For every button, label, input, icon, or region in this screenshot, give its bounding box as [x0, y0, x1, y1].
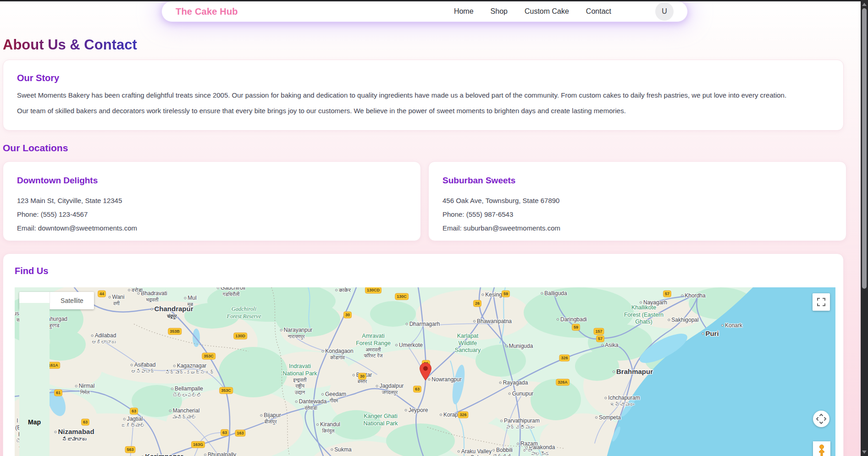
our-story-card: Our Story Sweet Moments Bakery has been …: [3, 60, 844, 131]
map-place-label: Dharmagarh: [406, 321, 440, 328]
location-email: Email: downtown@sweetmoments.com: [17, 224, 407, 232]
pan-control-button[interactable]: [813, 411, 829, 427]
location-card-downtown: Downtown Delights 123 Main St, Cityville…: [3, 161, 421, 241]
highway-badge: 326: [559, 355, 569, 362]
town-dot-icon: [499, 382, 502, 384]
location-name: Downtown Delights: [17, 176, 407, 186]
map-place-label: Konark: [721, 322, 742, 329]
highway-badge: 163G: [191, 441, 205, 448]
map-place-label: Asika: [601, 342, 618, 349]
location-phone: Phone: (555) 123-4567: [17, 210, 407, 218]
map-place-label: Bobbiliబొబ్బిలి: [492, 447, 513, 456]
town-dot-icon: [169, 410, 171, 412]
location-address: 456 Oak Ave, Townsburg, State 67890: [442, 197, 832, 204]
map-place-label: Adilabadఆదిలాబాదు: [91, 332, 116, 345]
map-marker-pin[interactable]: [420, 363, 431, 383]
map-place-label: Bijapurबीजापुर: [260, 412, 281, 425]
highway-badge: 163: [235, 430, 245, 437]
our-story-paragraph: Our team of skilled bakers and decorator…: [17, 107, 829, 115]
highway-badge: 59: [502, 291, 510, 297]
fullscreen-button[interactable]: [813, 293, 830, 311]
map-place-label: Waniवणी: [109, 294, 125, 307]
nav-link-contact[interactable]: Contact: [586, 7, 611, 16]
town-dot-icon: [505, 345, 508, 347]
page-title: About Us & Contact: [3, 37, 137, 53]
highway-badge: 30: [343, 312, 352, 319]
map-place-label: Puri: [702, 330, 719, 338]
map-view-button[interactable]: Map: [19, 303, 50, 456]
town-dot-icon: [517, 443, 519, 445]
map-place-label: Sompeta: [595, 414, 621, 421]
highway-badge: 30: [358, 373, 366, 380]
town-dot-icon: [440, 414, 442, 416]
map-place-label: Khordha: [681, 292, 705, 299]
highway-badge: 353C: [202, 353, 216, 360]
map-place-label: Narayanpurनारायणपुर: [280, 327, 313, 340]
town-dot-icon: [260, 414, 262, 417]
our-locations-heading: Our Locations: [3, 143, 68, 154]
map-place-label: Kondagaonकोंडागांव: [321, 348, 353, 361]
nav-link-custom-cake[interactable]: Custom Cake: [525, 7, 569, 16]
map-place-label: Kirandulकिरंदुल: [316, 421, 340, 434]
highway-badge: 44: [98, 291, 106, 297]
town-dot-icon: [376, 385, 378, 387]
town-dot-icon: [509, 393, 511, 395]
map-area-label: KhallikoteForest (EasternGhats): [624, 304, 663, 326]
town-dot-icon: [541, 292, 543, 295]
highway-badge: 326: [458, 412, 468, 418]
map-place-label: Nowrangpur: [428, 376, 461, 383]
location-phone: Phone: (555) 987-6543: [442, 210, 832, 218]
town-dot-icon: [316, 423, 319, 426]
map-type-control: Map Satellite: [19, 292, 94, 309]
map-place-label: Daringbadi: [557, 316, 587, 323]
page-scrollbar[interactable]: [861, 0, 868, 456]
pegman-street-view-button[interactable]: [813, 441, 830, 456]
map-place-label: Ichchapuramఇచ్చాపురం: [604, 395, 640, 407]
user-avatar[interactable]: U: [655, 2, 674, 21]
map-area-label: Kanger GhatiNational Park: [363, 413, 398, 427]
highway-badge: 130D: [233, 333, 247, 340]
town-dot-icon: [54, 431, 56, 433]
highway-badge: 57: [596, 335, 604, 342]
location-email: Email: suburban@sweetmoments.com: [442, 224, 832, 232]
nav-link-home[interactable]: Home: [454, 7, 474, 16]
nav-link-shop[interactable]: Shop: [491, 7, 508, 16]
town-dot-icon: [128, 289, 130, 291]
map-place-label: Nirmalनिर्मल: [75, 383, 95, 396]
main-nav: HomeShopCustom CakeContact: [454, 7, 611, 16]
town-dot-icon: [321, 393, 324, 396]
location-card-suburban: Suburban Sweets 456 Oak Ave, Townsburg, …: [428, 161, 846, 241]
scrollbar-thumb[interactable]: [862, 8, 867, 289]
town-dot-icon: [668, 319, 670, 321]
map-place-label: वरोडा: [128, 287, 143, 294]
highway-badge: 130CD: [365, 287, 381, 293]
town-dot-icon: [640, 302, 642, 304]
town-dot-icon: [595, 417, 597, 419]
town-dot-icon: [721, 324, 724, 327]
brand-logo[interactable]: The Cake Hub: [176, 6, 238, 17]
map-place-label: Balliguda: [541, 290, 567, 297]
scrollbar-up-arrow-icon[interactable]: [862, 3, 867, 6]
town-dot-icon: [481, 294, 484, 296]
map-place-label: Parvathipuramపార్వతీపురం: [500, 418, 540, 430]
highway-badge: 57: [663, 291, 671, 297]
map-place-label: Rayagada: [499, 379, 528, 386]
satellite-view-button[interactable]: Satellite: [50, 292, 94, 309]
town-dot-icon: [295, 401, 298, 403]
location-address: 123 Main St, Cityville, State 12345: [17, 197, 407, 204]
find-us-heading: Find Us: [15, 266, 832, 276]
town-dot-icon: [173, 365, 176, 367]
pan-arrows-icon: [816, 413, 827, 424]
town-dot-icon: [109, 296, 111, 298]
scrollbar-down-arrow-icon[interactable]: [862, 451, 867, 454]
town-dot-icon: [184, 297, 186, 299]
map-place-label: Muniguda: [505, 343, 533, 350]
town-dot-icon: [321, 350, 324, 352]
google-map[interactable]: WaniवणीBhadravatiभद्रावतीChandrapurचंद्र…: [15, 287, 835, 456]
highway-badge: 26: [473, 300, 481, 307]
map-place-label: Jagdalpurजगदलपुर: [376, 383, 404, 396]
map-place-label: Nizamabadనిజామాబాదు: [54, 428, 94, 442]
highway-badge: 353B: [168, 328, 182, 335]
map-place-label: Bhupalpallyభూపాల్: [204, 451, 236, 456]
highway-badge: 157: [593, 328, 604, 335]
